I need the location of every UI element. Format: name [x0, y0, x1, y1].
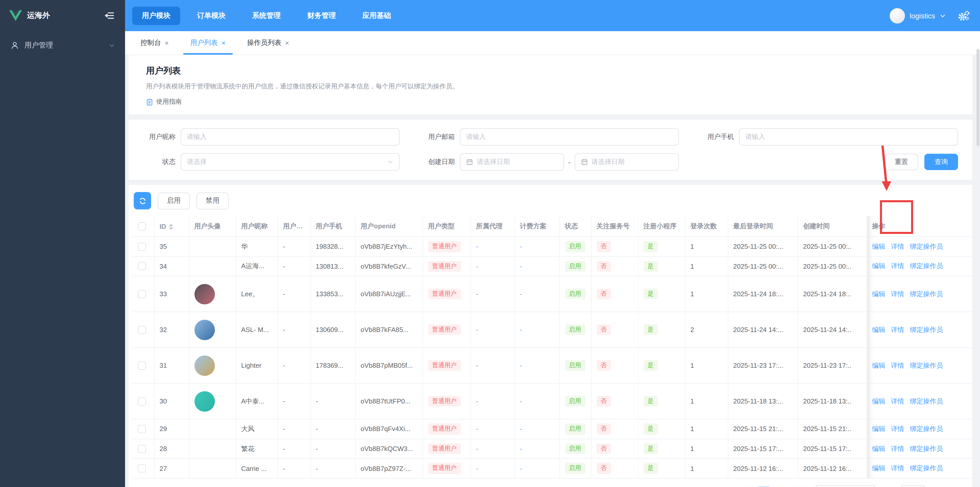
action-link-2[interactable]: 绑定操作员: [910, 262, 943, 270]
tab-close-icon[interactable]: ×: [165, 39, 169, 46]
row-checkbox[interactable]: [138, 425, 146, 433]
row-checkbox[interactable]: [138, 464, 146, 473]
cell-plan-value[interactable]: -: [520, 465, 522, 472]
row-checkbox[interactable]: [138, 326, 146, 334]
action-link-1[interactable]: 详情: [891, 361, 904, 369]
cell-agent-value[interactable]: -: [476, 326, 478, 334]
cell-plan-value[interactable]: -: [520, 425, 522, 433]
action-link-0[interactable]: 编辑: [872, 290, 885, 297]
select-all-checkbox[interactable]: [138, 222, 146, 230]
action-link-2[interactable]: 绑定操作员: [910, 464, 943, 472]
cell-plan-value[interactable]: -: [520, 445, 522, 452]
search-input[interactable]: 请输入: [181, 128, 400, 145]
sort-icon[interactable]: [169, 224, 173, 230]
tab-2[interactable]: 操作员列表×: [240, 31, 296, 55]
cell-agent: -: [471, 419, 514, 439]
action-link-1[interactable]: 详情: [891, 243, 904, 250]
action-link-2[interactable]: 绑定操作员: [910, 326, 943, 333]
status-select[interactable]: 请选择: [181, 153, 400, 171]
tab-1[interactable]: 用户列表×: [183, 31, 232, 55]
date-picker-0[interactable]: 请选择日期: [460, 153, 564, 171]
settings-gears-icon[interactable]: [958, 10, 970, 22]
column-header-id[interactable]: ID: [154, 216, 189, 237]
tab-close-icon[interactable]: ×: [285, 39, 289, 46]
top-nav-item-2[interactable]: 系统管理: [242, 6, 290, 25]
action-link-2[interactable]: 绑定操作员: [910, 361, 943, 369]
row-checkbox[interactable]: [138, 290, 146, 298]
sidebar-fold-icon[interactable]: [103, 10, 116, 21]
chevron-down-icon[interactable]: [940, 13, 946, 19]
row-checkbox[interactable]: [138, 445, 146, 453]
action-link-0[interactable]: 编辑: [872, 397, 885, 405]
action-link-0[interactable]: 编辑: [872, 425, 885, 433]
cell-agent-value[interactable]: -: [476, 290, 478, 298]
cell-agent-value[interactable]: -: [476, 445, 478, 452]
action-link-1[interactable]: 详情: [891, 290, 904, 297]
cell-agent-value[interactable]: -: [476, 425, 478, 433]
row-checkbox[interactable]: [138, 262, 146, 270]
action-link-2[interactable]: 绑定操作员: [910, 397, 943, 405]
action-link-1[interactable]: 详情: [891, 445, 904, 452]
cell-agent-value[interactable]: -: [476, 465, 478, 472]
row-checkbox[interactable]: [138, 361, 146, 369]
refresh-button[interactable]: [134, 192, 151, 209]
top-nav-item-4[interactable]: 应用基础: [353, 6, 401, 25]
disable-button[interactable]: 禁用: [197, 192, 229, 209]
reset-button[interactable]: 重置: [885, 154, 918, 170]
action-link-1[interactable]: 详情: [891, 425, 904, 433]
cell-agent-value[interactable]: -: [476, 398, 478, 405]
cell-plan-value[interactable]: -: [520, 362, 522, 369]
top-nav-item-3[interactable]: 财务管理: [298, 6, 345, 25]
tab-close-icon[interactable]: ×: [221, 39, 225, 46]
cell-created: 2025-11-15 21:..: [798, 419, 867, 439]
cell-plan-value[interactable]: -: [520, 290, 522, 298]
vue-logo-icon: [9, 10, 22, 21]
vertical-scrollbar[interactable]: [977, 34, 980, 484]
tab-0[interactable]: 控制台×: [133, 31, 176, 55]
cell-agent-value[interactable]: -: [476, 262, 478, 270]
top-nav-item-0[interactable]: 用户模块: [132, 6, 180, 25]
action-link-1[interactable]: 详情: [891, 464, 904, 472]
cell-agent-value[interactable]: -: [476, 243, 478, 251]
sidebar-item-user-management[interactable]: 用户管理: [0, 31, 125, 60]
search-input[interactable]: 请输入: [739, 128, 958, 145]
column-header-status: 状态: [559, 216, 591, 237]
cell-plan-value[interactable]: -: [520, 326, 522, 334]
goto-page-input[interactable]: 1: [902, 485, 925, 487]
page-size-select[interactable]: 20条/页: [816, 485, 875, 487]
date-picker-1[interactable]: 请选择日期: [574, 153, 679, 171]
cell-plan-value[interactable]: -: [520, 262, 522, 270]
action-link-0[interactable]: 编辑: [872, 326, 885, 333]
row-checkbox[interactable]: [138, 397, 146, 405]
search-input[interactable]: 请输入: [460, 128, 679, 145]
action-link-2[interactable]: 绑定操作员: [910, 243, 943, 250]
sort-asc-icon[interactable]: [169, 224, 173, 226]
usage-guide-link[interactable]: 使用指南: [146, 97, 955, 106]
sort-desc-icon[interactable]: [169, 227, 173, 230]
action-link-0[interactable]: 编辑: [872, 243, 885, 250]
cell-agent-value[interactable]: -: [476, 362, 478, 369]
cell-status: 启用: [559, 419, 591, 439]
row-checkbox[interactable]: [138, 243, 146, 251]
user-avatar[interactable]: [890, 8, 905, 23]
action-link-2[interactable]: 绑定操作员: [910, 445, 943, 452]
enable-button[interactable]: 启用: [158, 192, 190, 209]
action-link-1[interactable]: 详情: [891, 397, 904, 405]
cell-plan-value[interactable]: -: [520, 398, 522, 405]
action-link-0[interactable]: 编辑: [872, 445, 885, 452]
action-link-0[interactable]: 编辑: [872, 361, 885, 369]
action-link-1[interactable]: 详情: [891, 326, 904, 333]
top-nav-item-1[interactable]: 订单模块: [187, 6, 235, 25]
action-link-2[interactable]: 绑定操作员: [910, 290, 943, 297]
action-link-0[interactable]: 编辑: [872, 262, 885, 270]
cell-plan-value[interactable]: -: [520, 243, 522, 251]
action-link-1[interactable]: 详情: [891, 262, 904, 270]
follow-service-tag: 否: [597, 443, 611, 454]
user-name[interactable]: logistics: [910, 11, 935, 20]
action-link-0[interactable]: 编辑: [872, 464, 885, 472]
action-link-2[interactable]: 绑定操作员: [910, 425, 943, 433]
follow-service-tag: 否: [597, 241, 611, 252]
scrollbar-thumb[interactable]: [977, 49, 980, 146]
column-header-checkbox[interactable]: [133, 216, 154, 237]
query-button[interactable]: 查询: [924, 154, 958, 170]
